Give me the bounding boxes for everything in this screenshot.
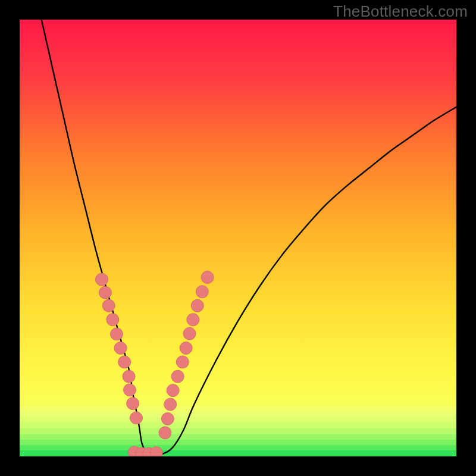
curve-marker	[118, 356, 131, 368]
plot-area	[20, 20, 456, 456]
curve-marker	[176, 356, 189, 368]
svg-rect-9	[20, 450, 456, 456]
curve-marker	[171, 370, 184, 383]
curve-marker	[201, 271, 214, 284]
curve-marker	[127, 397, 139, 410]
curve-marker	[183, 327, 196, 340]
curve-marker	[187, 314, 199, 326]
curve-marker	[150, 447, 162, 456]
curve-marker	[164, 398, 177, 411]
curve-marker	[191, 299, 203, 312]
curve-marker	[130, 412, 142, 424]
bottom-bands	[20, 400, 456, 456]
curve-marker	[110, 328, 123, 340]
curve-marker	[95, 273, 108, 286]
curve-marker	[180, 342, 192, 354]
chart-stage: TheBottleneck.com	[0, 0, 476, 476]
curve-marker	[161, 412, 174, 425]
curve-marker	[107, 314, 119, 326]
curve-marker	[99, 286, 111, 299]
watermark-text: TheBottleneck.com	[333, 2, 468, 21]
curve-marker	[114, 342, 127, 354]
gradient-background	[20, 20, 456, 456]
curve-marker	[123, 370, 135, 383]
curve-marker	[123, 384, 136, 396]
curve-marker	[159, 427, 171, 439]
chart-svg	[20, 20, 456, 456]
curve-marker	[196, 286, 208, 298]
curve-marker	[167, 384, 179, 397]
curve-marker	[102, 299, 115, 312]
